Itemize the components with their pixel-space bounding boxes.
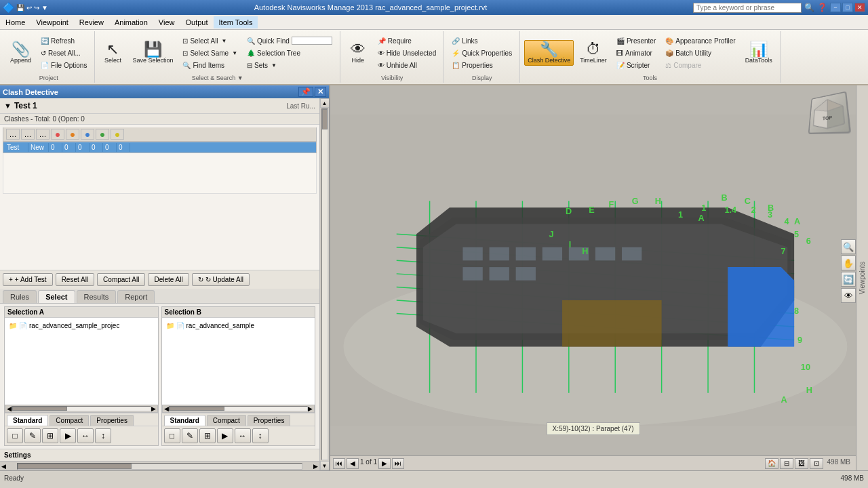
datatools-button[interactable]: 📊 DataTools — [742, 40, 776, 66]
col-icon-3[interactable]: … — [36, 129, 50, 140]
col-icon-1[interactable]: … — [6, 129, 20, 140]
sel-b-icon1[interactable]: □ — [164, 428, 180, 443]
sel-a-item[interactable]: 📁 📄 rac_advanced_sample_projec — [7, 321, 155, 331]
vp-section-button[interactable]: ⊟ — [780, 458, 793, 469]
sel-a-icon2[interactable]: ✎ — [24, 428, 41, 443]
tab-select[interactable]: Select — [38, 290, 75, 303]
batch-utility-button[interactable]: 📦 Batch Utility — [662, 47, 738, 59]
links-button[interactable]: 🔗 Links — [448, 35, 515, 47]
vp-last-button[interactable]: ⏭ — [392, 458, 404, 469]
vp-zoom-fit[interactable]: ⊡ — [810, 458, 823, 469]
sel-a-tab-compact[interactable]: Compact — [50, 415, 89, 426]
vp-home-view[interactable]: 🏠 — [765, 458, 778, 469]
update-all-button[interactable]: ↻ ↻ Update All — [192, 273, 250, 286]
tab-rules[interactable]: Rules — [3, 290, 37, 303]
menu-home[interactable]: Home — [0, 16, 31, 28]
menu-item-tools[interactable]: Item Tools — [214, 16, 258, 28]
pan-tool[interactable]: ✋ — [841, 256, 856, 270]
sel-a-icon3[interactable]: ⊞ — [42, 428, 58, 443]
save-selection-button[interactable]: 💾 Save Selection — [129, 40, 176, 66]
minimize-button[interactable]: − — [830, 3, 841, 12]
file-options-button[interactable]: 📄 File Options — [37, 60, 90, 71]
add-test-button[interactable]: + + Add Test — [3, 273, 53, 286]
sel-b-icon3[interactable]: ⊞ — [199, 428, 216, 443]
select-same-button[interactable]: ⊡ Select Same ▼ — [179, 47, 241, 59]
reset-all-button[interactable]: Reset All — [56, 273, 94, 286]
appearance-profiler-button[interactable]: 🎨 Appearance Profiler — [662, 35, 738, 47]
require-button[interactable]: 📌 Require — [374, 35, 439, 47]
sel-b-icon5[interactable]: ↔ — [235, 428, 251, 443]
col-icon-2[interactable]: … — [21, 129, 35, 140]
scroll-right-bottom[interactable]: ▶ — [312, 463, 319, 470]
sel-b-tab-compact[interactable]: Compact — [207, 415, 246, 426]
sel-b-item[interactable]: 📁 📄 rac_advanced_sample — [165, 321, 313, 331]
zoom-tool[interactable]: 🔍 — [841, 239, 856, 254]
vscroll-down[interactable]: ▼ — [320, 461, 330, 470]
scroll-left-arrow[interactable]: ◀ — [7, 405, 12, 412]
quick-find-button[interactable]: 🔍 Quick Find — [243, 35, 336, 47]
col-icon-orange[interactable]: ● — [66, 129, 79, 140]
sel-a-icon6[interactable]: ↕ — [95, 428, 111, 443]
panel-vertical-scrollbar[interactable]: ▲ ▼ — [319, 98, 329, 470]
select-all-dropdown[interactable]: ▼ — [222, 38, 227, 44]
nav-cube-face[interactable]: TOP — [808, 91, 852, 134]
find-items-button[interactable]: 🔍 Find Items — [179, 60, 241, 71]
sel-a-tab-properties[interactable]: Properties — [90, 415, 134, 426]
quick-access-redo[interactable]: ↪ — [34, 4, 39, 12]
col-icon-red[interactable]: ● — [51, 129, 64, 140]
refresh-button[interactable]: 🔄 Refresh — [37, 35, 90, 47]
sel-a-tab-standard[interactable]: Standard — [7, 415, 48, 426]
quick-access-extra[interactable]: ▼ — [41, 4, 48, 12]
delete-all-button[interactable]: Delete All — [148, 273, 189, 286]
scroll-right-b[interactable]: ▶ — [308, 405, 313, 412]
vp-next-button[interactable]: ▶ — [378, 458, 391, 469]
properties-button[interactable]: 📋 Properties — [448, 60, 515, 71]
menu-viewpoint[interactable]: Viewpoint — [31, 16, 74, 28]
sel-b-icon4[interactable]: ▶ — [217, 428, 233, 443]
sel-b-tab-standard[interactable]: Standard — [164, 415, 205, 426]
sel-a-icon5[interactable]: ↔ — [77, 428, 94, 443]
maximize-button[interactable]: □ — [842, 3, 853, 12]
viewpoints-sidebar-label[interactable]: Viewpoints — [857, 259, 867, 297]
tab-report[interactable]: Report — [117, 290, 155, 303]
clash-detective-button[interactable]: 🔧 Clash Detective — [524, 40, 574, 66]
animator-button[interactable]: 🎞 Animator — [613, 47, 659, 59]
reset-all-button[interactable]: ↺ Reset All... — [37, 47, 90, 59]
vp-render-button[interactable]: 🖼 — [795, 458, 808, 469]
menu-review[interactable]: Review — [74, 16, 109, 28]
test-expand-button[interactable]: ▼ — [4, 102, 12, 110]
hide-button[interactable]: 👁 Hide — [344, 40, 372, 66]
quick-access-undo[interactable]: ↩ — [26, 4, 32, 12]
keyword-search[interactable] — [693, 3, 802, 13]
search-icon[interactable]: 🔍 — [804, 3, 814, 12]
timeliner-button[interactable]: ⏱ TimeLiner — [576, 40, 610, 66]
selection-tree-button[interactable]: 🌲 Selection Tree — [243, 47, 336, 59]
append-button[interactable]: 📎 Append — [7, 40, 35, 66]
vp-prev-button[interactable]: ◀ — [347, 458, 359, 469]
sets-dropdown[interactable]: ▼ — [271, 62, 277, 68]
scroll-left-bottom[interactable]: ◀ — [0, 463, 7, 470]
help-icon[interactable]: ❓ — [817, 3, 827, 12]
quick-properties-button[interactable]: ⚡ Quick Properties — [448, 47, 515, 59]
menu-output[interactable]: Output — [180, 16, 214, 28]
sel-b-icon2[interactable]: ✎ — [182, 428, 198, 443]
col-icon-blue[interactable]: ● — [81, 129, 94, 140]
sets-button[interactable]: ⊟ Sets ▼ — [243, 60, 336, 71]
nav-cube[interactable]: TOP — [807, 92, 861, 146]
sel-a-icon4[interactable]: ▶ — [60, 428, 76, 443]
sel-b-scrollbar[interactable]: ◀ ▶ — [162, 405, 315, 413]
vscroll-up[interactable]: ▲ — [320, 98, 330, 108]
scroll-right-arrow[interactable]: ▶ — [151, 405, 156, 412]
panel-pin-button[interactable]: 📌 — [298, 87, 313, 97]
unhide-all-button[interactable]: 👁 Unhide All — [374, 60, 439, 71]
select-button[interactable]: ↖ Select — [99, 40, 126, 66]
menu-view[interactable]: View — [153, 16, 180, 28]
sel-a-icon1[interactable]: □ — [7, 428, 23, 443]
look-tool[interactable]: 👁 — [841, 288, 856, 303]
col-icon-yellow[interactable]: ● — [111, 129, 124, 140]
sel-a-scrollbar[interactable]: ◀ ▶ — [5, 405, 158, 413]
compact-all-button[interactable]: Compact All — [97, 273, 145, 286]
scripter-button[interactable]: 📝 Scripter — [613, 60, 659, 71]
bottom-scrollbar[interactable]: ◀ ▶ — [0, 461, 319, 470]
select-same-dropdown[interactable]: ▼ — [232, 50, 237, 56]
